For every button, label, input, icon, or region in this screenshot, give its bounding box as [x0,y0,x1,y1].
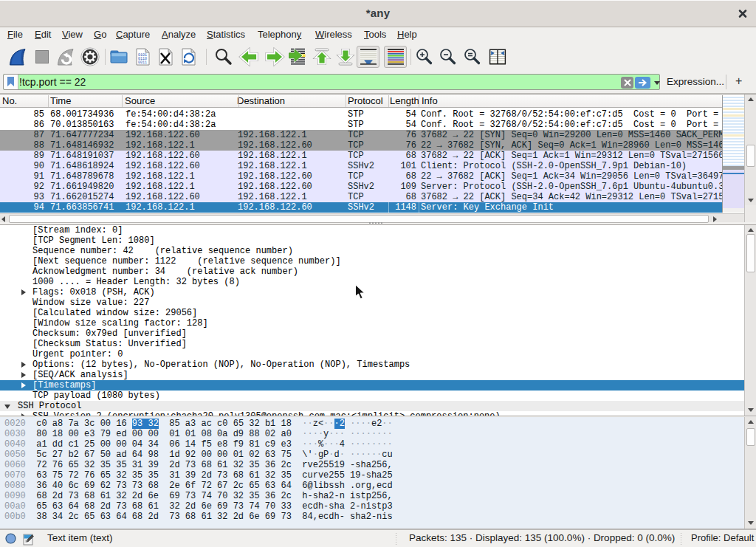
svg-text:0011: 0011 [138,61,147,65]
